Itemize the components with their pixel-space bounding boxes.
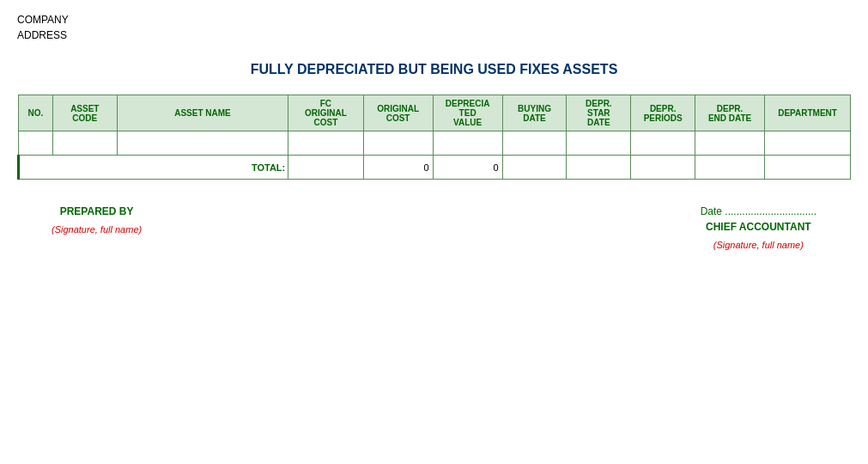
cell-fc-original <box>288 131 363 156</box>
col-header-department: DEPARTMENT <box>765 95 851 131</box>
col-header-depr-periods: DEPR.PERIODS <box>631 95 695 131</box>
col-header-fc-original: FCORIGINALCOST <box>288 95 363 131</box>
total-depreciated-value: 0 <box>433 156 502 180</box>
total-department <box>765 156 851 180</box>
total-row: TOTAL: 0 0 <box>19 156 851 180</box>
cell-depr-end-date <box>695 131 765 156</box>
prepared-by-section: PREPARED BY (Signature, full name) <box>52 205 142 250</box>
col-header-asset-code: ASSETCODE <box>52 95 117 131</box>
prepared-by-label: PREPARED BY <box>52 205 142 217</box>
cell-asset-name <box>117 131 288 156</box>
total-depr-star-date <box>567 156 631 180</box>
total-original-cost: 0 <box>363 156 433 180</box>
col-header-asset-name: ASSET NAME <box>117 95 288 131</box>
total-depr-periods <box>631 156 695 180</box>
total-buying-date <box>502 156 567 180</box>
col-header-depr-end-date: DEPR.END DATE <box>695 95 765 131</box>
chief-accountant-signature: (Signature, full name) <box>701 240 816 250</box>
report-title: FULLY DEPRECIATED BUT BEING USED FIXES A… <box>17 62 851 77</box>
date-line: Date ................................ <box>701 205 816 217</box>
cell-depr-star-date <box>567 131 631 156</box>
cell-buying-date <box>502 131 567 156</box>
col-header-buying-date: BUYINGDATE <box>502 95 567 131</box>
cell-asset-code <box>52 131 117 156</box>
total-fc-original <box>288 156 363 180</box>
col-header-depreciated-value: DEPRECIATEDVALUE <box>433 95 502 131</box>
cell-original-cost <box>363 131 433 156</box>
total-depr-end-date <box>695 156 765 180</box>
cell-department <box>765 131 851 156</box>
footer: PREPARED BY (Signature, full name) Date … <box>17 205 851 250</box>
company-name: COMPANY <box>17 14 851 26</box>
col-header-no: NO. <box>19 95 53 131</box>
total-label: TOTAL: <box>19 156 288 180</box>
table-row <box>19 131 851 156</box>
chief-accountant-section: Date ................................ CH… <box>701 205 816 250</box>
cell-depreciated-value <box>433 131 502 156</box>
col-header-original-cost: ORIGINALCOST <box>363 95 433 131</box>
cell-depr-periods <box>631 131 695 156</box>
cell-no <box>19 131 53 156</box>
prepared-by-signature: (Signature, full name) <box>52 224 142 235</box>
assets-table: NO. ASSETCODE ASSET NAME FCORIGINALCOST … <box>17 95 851 180</box>
col-header-depr-star-date: DEPR.STARDATE <box>567 95 631 131</box>
company-address: ADDRESS <box>17 29 851 41</box>
chief-accountant-label: CHIEF ACCOUNTANT <box>701 221 816 233</box>
